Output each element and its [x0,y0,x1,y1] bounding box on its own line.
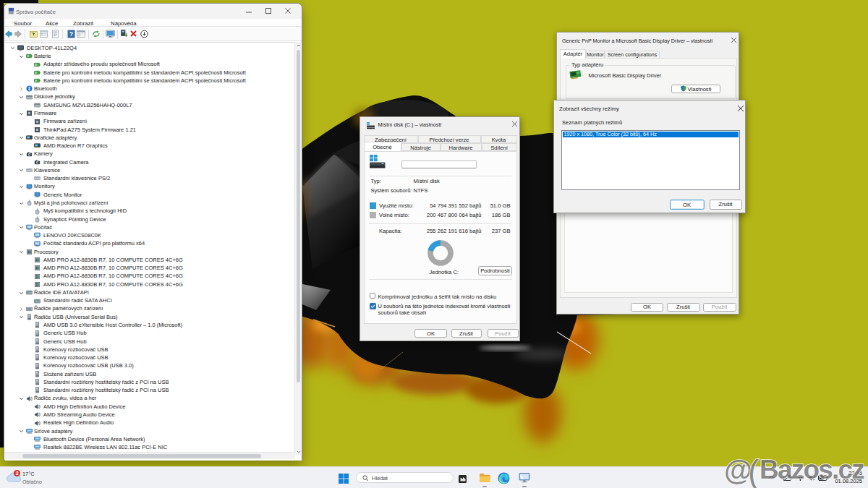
svg-text:Bazos.cz: Bazos.cz [760,455,864,484]
svg-text:?: ? [69,30,73,37]
svg-text:(: ( [748,453,760,488]
svg-text:3: 3 [15,470,18,476]
